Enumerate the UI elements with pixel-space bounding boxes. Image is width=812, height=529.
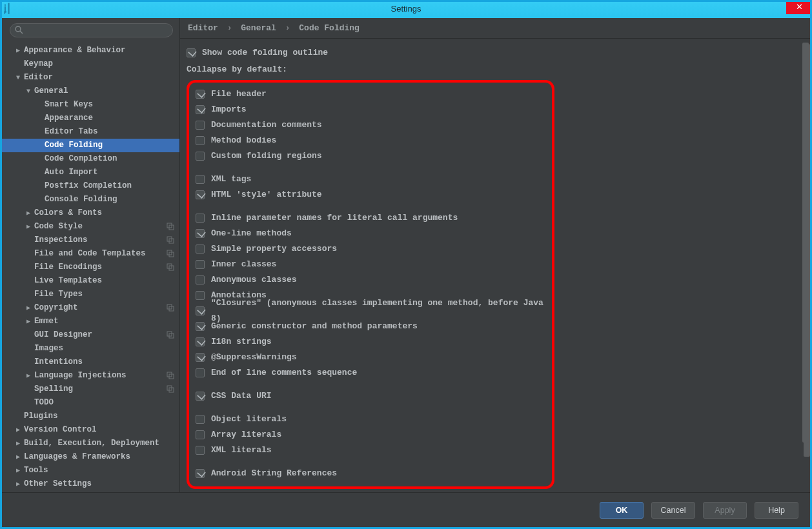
option-method-bodies[interactable]: Method bodies: [196, 133, 545, 148]
option-end-of-line-comments-sequence[interactable]: End of line comments sequence: [196, 365, 545, 381]
checkbox-icon[interactable]: [196, 90, 205, 99]
sidebar-item-todo[interactable]: TODO: [2, 396, 179, 410]
checkbox-icon[interactable]: [196, 306, 205, 315]
sidebar-item-version-control[interactable]: ▶Version Control: [2, 423, 179, 437]
checkbox-icon[interactable]: [196, 105, 205, 114]
option-suppresswarnings[interactable]: @SuppressWarnings: [196, 350, 545, 365]
chevron-right-icon[interactable]: ▶: [25, 206, 32, 220]
option-custom-folding-regions[interactable]: Custom folding regions: [196, 148, 545, 164]
sidebar-item-spelling[interactable]: Spelling: [2, 383, 179, 396]
sidebar-item-code-folding[interactable]: Code Folding: [2, 139, 179, 152]
checkbox-icon[interactable]: [196, 121, 205, 130]
sidebar-item-appearance[interactable]: Appearance: [2, 112, 179, 125]
sidebar-item-auto-import[interactable]: Auto Import: [2, 166, 179, 179]
close-button[interactable]: ✕: [786, 0, 812, 14]
checkbox-icon[interactable]: [196, 368, 205, 377]
checkbox-icon[interactable]: [196, 175, 205, 184]
checkbox-icon[interactable]: [196, 430, 205, 439]
option-simple-property-accessors[interactable]: Simple property accessors: [196, 241, 545, 257]
sidebar-item-code-completion[interactable]: Code Completion: [2, 152, 179, 166]
checkbox-icon[interactable]: [196, 214, 205, 223]
checkbox-icon[interactable]: [196, 136, 205, 145]
checkbox-icon[interactable]: [196, 392, 205, 401]
checkbox-icon[interactable]: [196, 260, 205, 269]
option-html-style-attribute[interactable]: HTML 'style' attribute: [196, 187, 545, 203]
sidebar-item-keymap[interactable]: Keymap: [2, 57, 179, 71]
option-inner-classes[interactable]: Inner classes: [196, 257, 545, 272]
checkbox-icon[interactable]: [196, 245, 205, 254]
sidebar-item-intentions[interactable]: Intentions: [2, 355, 179, 369]
checkbox-icon[interactable]: [196, 275, 205, 284]
chevron-down-icon[interactable]: ▼: [25, 85, 32, 98]
chevron-right-icon[interactable]: ▶: [15, 437, 21, 450]
chevron-right-icon[interactable]: ▶: [25, 220, 32, 234]
option-array-literals[interactable]: Array literals: [196, 427, 545, 443]
option-css-data-uri[interactable]: CSS Data URI: [196, 388, 545, 404]
apply-button[interactable]: Apply: [703, 502, 747, 519]
chevron-right-icon[interactable]: ▶: [15, 464, 21, 477]
sidebar-item-live-templates[interactable]: Live Templates: [2, 274, 179, 288]
sidebar-item-images[interactable]: Images: [2, 342, 179, 355]
option-object-literals[interactable]: Object literals: [196, 412, 545, 427]
help-button[interactable]: Help: [755, 502, 798, 519]
titlebar[interactable]: ʝ⎮ Settings ✕: [0, 0, 812, 18]
sidebar-item-editor-tabs[interactable]: Editor Tabs: [2, 125, 179, 139]
sidebar-item-smart-keys[interactable]: Smart Keys: [2, 98, 179, 112]
sidebar-item-code-style[interactable]: ▶Code Style: [2, 220, 179, 234]
option-one-line-methods[interactable]: One-line methods: [196, 226, 545, 241]
chevron-right-icon[interactable]: ▶: [15, 423, 21, 437]
chevron-right-icon[interactable]: ▶: [25, 301, 32, 315]
option-xml-tags[interactable]: XML tags: [196, 172, 545, 187]
sidebar-item-console-folding[interactable]: Console Folding: [2, 193, 179, 206]
checkbox-icon[interactable]: [196, 291, 205, 300]
chevron-right-icon[interactable]: ▶: [15, 450, 21, 464]
chevron-right-icon[interactable]: ▶: [25, 315, 32, 328]
chevron-right-icon[interactable]: ▶: [15, 44, 21, 57]
sidebar-item-file-and-code-templates[interactable]: File and Code Templates: [2, 247, 179, 261]
sidebar-item-inspections[interactable]: Inspections: [2, 234, 179, 247]
sidebar-item-postfix-completion[interactable]: Postfix Completion: [2, 179, 179, 193]
chevron-down-icon[interactable]: ▼: [15, 71, 21, 85]
checkbox-icon[interactable]: [196, 415, 205, 424]
sidebar-item-colors-fonts[interactable]: ▶Colors & Fonts: [2, 206, 179, 220]
option-xml-literals[interactable]: XML literals: [196, 443, 545, 458]
search-input[interactable]: [10, 23, 173, 37]
sidebar-item-gui-designer[interactable]: GUI Designer: [2, 328, 179, 342]
ok-button[interactable]: OK: [600, 502, 644, 519]
checkbox-icon[interactable]: [196, 446, 205, 455]
sidebar-item-file-types[interactable]: File Types: [2, 288, 179, 301]
option-file-header[interactable]: File header: [196, 86, 545, 102]
checkbox-icon[interactable]: [196, 190, 205, 199]
checkbox-icon[interactable]: [196, 229, 205, 238]
sidebar-item-other-settings[interactable]: ▶Other Settings: [2, 477, 179, 491]
option-inline-parameter-names-for-literal-call-arguments[interactable]: Inline parameter names for literal call …: [196, 210, 545, 226]
sidebar-item-general[interactable]: ▼General: [2, 85, 179, 98]
sidebar-item-build-execution-deployment[interactable]: ▶Build, Execution, Deployment: [2, 437, 179, 450]
chevron-right-icon[interactable]: ▶: [25, 369, 32, 383]
option-anonymous-classes[interactable]: Anonymous classes: [196, 272, 545, 288]
option-show-folding-outline[interactable]: Show code folding outline: [187, 45, 801, 61]
cancel-button[interactable]: Cancel: [651, 502, 695, 519]
sidebar-item-file-encodings[interactable]: File Encodings: [2, 261, 179, 274]
search-field[interactable]: [10, 23, 173, 37]
option-documentation-comments[interactable]: Documentation comments: [196, 117, 545, 133]
checkbox-icon[interactable]: [196, 337, 205, 346]
option-imports[interactable]: Imports: [196, 102, 545, 117]
sidebar-item-editor[interactable]: ▼Editor: [2, 71, 179, 85]
sidebar-item-language-injections[interactable]: ▶Language Injections: [2, 369, 179, 383]
checkbox-icon[interactable]: [196, 152, 205, 161]
option-closures-anonymous-classes-implementing-one-method-before-java-8[interactable]: "Closures" (anonymous classes implementi…: [196, 303, 545, 319]
checkbox-icon[interactable]: [187, 48, 196, 57]
sidebar-item-tools[interactable]: ▶Tools: [2, 464, 179, 477]
sidebar-item-copyright[interactable]: ▶Copyright: [2, 301, 179, 315]
checkbox-icon[interactable]: [196, 469, 205, 478]
option-android-string-references[interactable]: Android String References: [196, 466, 545, 481]
sidebar-item-languages-frameworks[interactable]: ▶Languages & Frameworks: [2, 450, 179, 464]
sidebar-item-plugins[interactable]: Plugins: [2, 410, 179, 423]
chevron-right-icon[interactable]: ▶: [15, 477, 21, 491]
checkbox-icon[interactable]: [196, 322, 205, 331]
sidebar-item-emmet[interactable]: ▶Emmet: [2, 315, 179, 328]
settings-tree[interactable]: ▶Appearance & BehaviorKeymap▼Editor▼Gene…: [2, 41, 179, 492]
option-i18n-strings[interactable]: I18n strings: [196, 334, 545, 350]
sidebar-item-appearance-behavior[interactable]: ▶Appearance & Behavior: [2, 44, 179, 57]
